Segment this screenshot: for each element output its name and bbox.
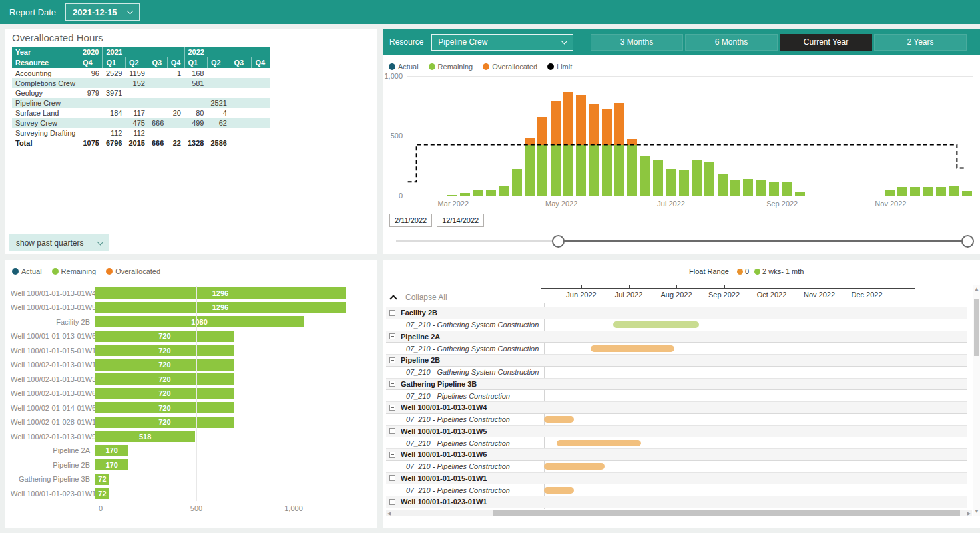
- wells-bar-area: 720: [95, 401, 371, 415]
- wells-bar-area: 1296: [95, 286, 371, 301]
- cell-value: 184: [103, 108, 125, 118]
- legend-label: Overallocated: [492, 63, 537, 71]
- cell-value: 96: [79, 68, 103, 78]
- chevron-down-icon: [126, 8, 133, 15]
- slider-handle-end[interactable]: [961, 235, 974, 248]
- float-range-item: 2 wks- 1 mth: [754, 267, 804, 275]
- wells-bar: 1296: [95, 302, 346, 313]
- report-date-value: 2021-12-15: [73, 7, 117, 17]
- gantt-task-name: 07_210 - Pipelines Construction: [406, 392, 510, 400]
- wells-row: Facility 2B1080: [11, 315, 371, 329]
- cell-value: [148, 98, 167, 108]
- gantt-bar: [557, 440, 641, 446]
- row-name: Survey Crew: [12, 118, 79, 128]
- wells-bar-area: 720: [95, 415, 371, 430]
- cell-value: 112: [103, 128, 125, 138]
- collapse-minus-icon[interactable]: [389, 452, 395, 458]
- gantt-group-name: Pipeline 2B: [401, 356, 440, 364]
- collapse-minus-icon[interactable]: [389, 333, 395, 339]
- cell-value: [230, 118, 252, 128]
- cell-value: 168: [184, 68, 207, 78]
- time-range-button-current-year[interactable]: Current Year: [780, 34, 872, 51]
- table-header-quarter: Q4: [252, 57, 270, 68]
- legend-dot-icon: [429, 63, 435, 70]
- scroll-right-icon[interactable]: ▶: [966, 510, 972, 516]
- cell-value: [79, 108, 103, 118]
- y-axis-tick-label: 500: [391, 132, 403, 140]
- date-range-slider: [383, 229, 980, 253]
- x-axis-tick-label: Jul 2022: [657, 200, 685, 208]
- cell-value: 117: [125, 108, 148, 118]
- collapse-minus-icon[interactable]: [389, 357, 395, 363]
- cell-value: [103, 98, 125, 108]
- cell-value: [148, 128, 167, 138]
- wells-row: Well 100/02-01-028-01W1720: [11, 415, 371, 430]
- collapse-minus-icon[interactable]: [389, 499, 395, 505]
- cell-value: [167, 98, 184, 108]
- cell-value: 1075: [79, 138, 103, 148]
- cell-value: [230, 138, 252, 148]
- vertical-scrollbar[interactable]: ▲ ▼: [973, 285, 980, 516]
- scroll-left-icon[interactable]: ◀: [386, 510, 392, 516]
- y-axis-tick-label: 0: [399, 192, 403, 200]
- table-header-quarter: Q4: [79, 57, 103, 68]
- gantt-task-row: 07_210 - Gathering System Construction: [386, 343, 967, 355]
- gantt-bar: [544, 487, 574, 494]
- cell-value: [79, 98, 103, 108]
- collapse-minus-icon[interactable]: [389, 310, 395, 316]
- gantt-task-name: 07_210 - Pipelines Construction: [406, 462, 510, 470]
- horizontal-scrollbar[interactable]: ◀ ▶: [386, 510, 972, 516]
- slider-handle-start[interactable]: [552, 235, 565, 248]
- wells-row: Well 100/01-01-013-01W6720: [11, 329, 371, 344]
- collapse-minus-icon[interactable]: [389, 405, 395, 411]
- wells-row: Well 100/02-01-013-01W10720: [11, 358, 371, 373]
- time-range-button-2-years[interactable]: 2 Years: [874, 34, 967, 51]
- gantt-bar: [613, 321, 699, 328]
- gantt-group-name: Facility 2B: [401, 309, 437, 317]
- collapse-all-button[interactable]: Collapse All: [391, 293, 447, 302]
- resource-value: Pipeline Crew: [438, 37, 487, 47]
- resource-dropdown[interactable]: Pipeline Crew: [431, 34, 573, 51]
- cell-value: [230, 88, 252, 98]
- end-date-input[interactable]: 12/14/2022: [437, 214, 484, 227]
- vertical-scrollbar-thumb[interactable]: [974, 299, 979, 356]
- time-range-button-6-months[interactable]: 6 Months: [685, 34, 778, 51]
- cell-value: [230, 108, 252, 118]
- table-header-quarter: Q3: [230, 57, 252, 68]
- x-axis-tick-label: Nov 2022: [875, 200, 906, 208]
- cell-value: 2015: [125, 138, 148, 148]
- cell-value: 62: [207, 118, 230, 128]
- gantt-group-row: Pipeline 2B: [386, 355, 967, 367]
- wells-bar-area: 720: [95, 358, 371, 373]
- show-past-quarters-dropdown[interactable]: show past quarters: [9, 234, 109, 251]
- horizontal-scrollbar-thumb[interactable]: [493, 510, 960, 516]
- resource-usage-panel: Resource Pipeline Crew 3 Months6 MonthsC…: [383, 29, 980, 254]
- start-date-input[interactable]: 2/11/2022: [389, 214, 432, 227]
- gantt-task-row: 07_210 - Pipelines Construction: [386, 414, 967, 426]
- report-date-dropdown[interactable]: 2021-12-15: [65, 3, 140, 21]
- time-range-button-3-months[interactable]: 3 Months: [591, 34, 683, 51]
- collapse-minus-icon[interactable]: [389, 475, 395, 481]
- scroll-up-icon[interactable]: ▲: [973, 286, 980, 293]
- cell-value: [148, 88, 167, 98]
- usage-chart: 1,0005000Mar 2022May 2022Jul 2022Sep 202…: [407, 76, 973, 196]
- collapse-minus-icon[interactable]: [389, 428, 395, 434]
- collapse-minus-icon[interactable]: [389, 381, 395, 387]
- gantt-month-tick: [820, 285, 820, 288]
- wells-bar: 720: [95, 388, 234, 399]
- gantt-timeline-axis: Jun 2022Jul 2022Aug 2022Sep 2022Oct 2022…: [541, 288, 915, 289]
- cell-value: 152: [125, 78, 148, 88]
- wells-bar: 518: [95, 431, 195, 442]
- cell-value: 112: [125, 128, 148, 138]
- wells-bar-value: 72: [98, 475, 106, 483]
- legend-dot-icon: [737, 269, 743, 275]
- wells-bar-value: 170: [105, 446, 117, 454]
- table-header-quarter: Q1: [103, 57, 125, 68]
- gantt-group-row: Gathering Pipeline 3B: [386, 379, 967, 391]
- cell-value: [184, 88, 207, 98]
- scroll-down-icon[interactable]: ▼: [973, 508, 980, 515]
- wells-bar: 720: [95, 345, 234, 356]
- gantt-month-label: Oct 2022: [757, 291, 787, 299]
- chevron-up-icon: [389, 295, 397, 302]
- wells-bar: 720: [95, 359, 234, 371]
